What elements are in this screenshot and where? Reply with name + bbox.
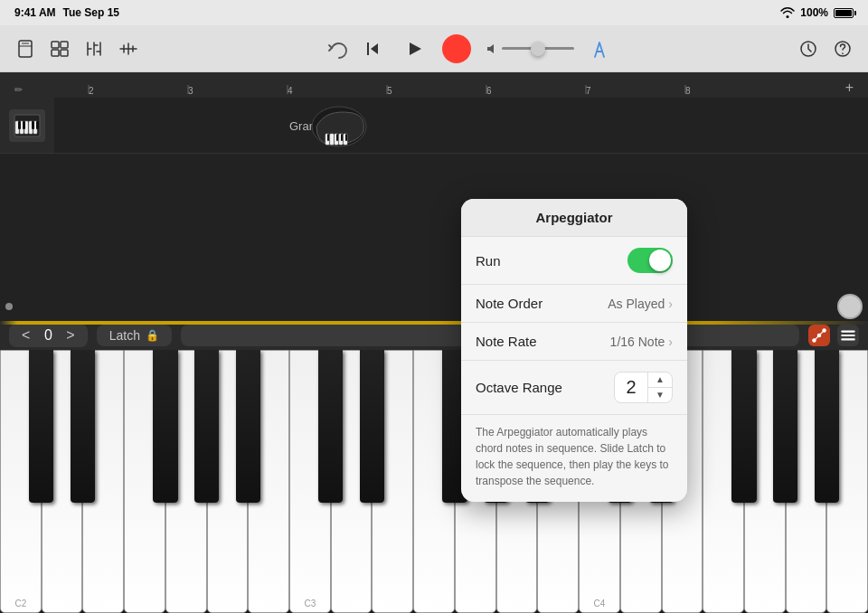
toggle-knob bbox=[649, 250, 671, 271]
latch-label: Latch bbox=[109, 328, 140, 343]
octave-next-button[interactable]: > bbox=[62, 327, 78, 344]
black-key[interactable] bbox=[236, 350, 260, 503]
svg-rect-22 bbox=[32, 121, 34, 129]
status-bar: 9:41 AM Tue Sep 15 100% bbox=[0, 0, 868, 25]
record-button[interactable] bbox=[442, 34, 471, 63]
ruler-ticks bbox=[7, 72, 861, 98]
svg-rect-1 bbox=[52, 42, 59, 48]
arpeggiator-panel: Arpeggiator Run Note Order As Played › N… bbox=[461, 199, 687, 502]
black-key[interactable] bbox=[815, 350, 839, 503]
add-track-button[interactable]: + bbox=[845, 80, 854, 96]
timeline-area: Grand Piano bbox=[0, 98, 868, 322]
arp-note-rate-row[interactable]: Note Rate 1/16 Note › bbox=[461, 323, 687, 361]
playhead-bar bbox=[0, 321, 868, 325]
black-key[interactable] bbox=[71, 350, 95, 503]
svg-rect-21 bbox=[23, 121, 25, 129]
svg-rect-3 bbox=[52, 50, 59, 56]
arp-panel-header: Arpeggiator bbox=[461, 199, 687, 237]
arp-description: The Arpeggiator automatically plays chor… bbox=[461, 415, 687, 502]
svg-rect-26 bbox=[330, 134, 334, 145]
octave-range-value: 2 bbox=[615, 375, 647, 400]
side-dot bbox=[5, 303, 13, 310]
play-button[interactable] bbox=[399, 34, 428, 63]
arp-pattern-icon[interactable] bbox=[808, 325, 830, 346]
metronome-icon[interactable] bbox=[589, 38, 610, 60]
transport-bar: < 0 > Latch 🔒 Glissando bbox=[0, 321, 868, 350]
c2-label: C2 bbox=[1, 599, 41, 608]
octave-navigator[interactable]: < 0 > bbox=[9, 324, 88, 347]
arp-octave-range-row: Octave Range 2 ▲ ▼ bbox=[461, 361, 687, 415]
battery-icon bbox=[834, 8, 854, 18]
note-rate-chevron: › bbox=[668, 335, 673, 349]
black-key[interactable] bbox=[731, 350, 756, 503]
svg-rect-31 bbox=[336, 134, 338, 141]
arp-note-order-value[interactable]: As Played › bbox=[608, 297, 673, 311]
toolbar bbox=[0, 25, 868, 72]
status-date: Tue Sep 15 bbox=[63, 6, 119, 19]
help-button[interactable] bbox=[832, 38, 854, 60]
note-order-chevron: › bbox=[668, 297, 673, 311]
c4-label: C4 bbox=[580, 599, 619, 608]
ruler-marks: ✏ 2 3 4 5 6 7 8 + bbox=[7, 72, 861, 98]
track-piano-icon bbox=[14, 114, 41, 137]
arp-note-rate-text: 1/16 Note bbox=[610, 335, 665, 349]
svg-rect-2 bbox=[61, 42, 68, 48]
arp-description-text: The Arpeggiator automatically plays chor… bbox=[476, 426, 668, 487]
stepper-up-button[interactable]: ▲ bbox=[648, 373, 672, 388]
black-key[interactable] bbox=[194, 350, 219, 503]
arp-note-rate-label: Note Rate bbox=[476, 334, 537, 349]
black-key[interactable] bbox=[29, 350, 53, 503]
black-key[interactable] bbox=[773, 350, 797, 503]
svg-rect-39 bbox=[841, 338, 855, 340]
rewind-button[interactable] bbox=[363, 38, 384, 60]
track-view-icon[interactable] bbox=[49, 38, 71, 60]
arp-run-toggle[interactable] bbox=[627, 248, 673, 273]
svg-rect-33 bbox=[345, 134, 347, 141]
arp-run-label: Run bbox=[476, 253, 501, 269]
arp-note-rate-value[interactable]: 1/16 Note › bbox=[610, 335, 673, 349]
wifi-icon bbox=[780, 7, 795, 18]
octave-prev-button[interactable]: < bbox=[18, 327, 33, 344]
svg-rect-37 bbox=[841, 330, 855, 332]
octave-value-display: 0 bbox=[39, 327, 57, 344]
stepper-down-button[interactable]: ▼ bbox=[648, 388, 672, 402]
arp-title: Arpeggiator bbox=[535, 210, 612, 225]
black-key[interactable] bbox=[360, 350, 384, 503]
svg-rect-23 bbox=[36, 121, 39, 129]
svg-rect-20 bbox=[18, 121, 21, 129]
c3-label: C3 bbox=[290, 599, 330, 608]
lock-icon: 🔒 bbox=[146, 329, 159, 342]
battery-percent: 100% bbox=[800, 6, 828, 19]
black-key[interactable] bbox=[153, 350, 177, 503]
svg-rect-30 bbox=[327, 134, 329, 141]
keyboard-area: C2 C3 C4 bbox=[0, 350, 868, 613]
svg-rect-32 bbox=[341, 134, 343, 141]
track-thumbnail bbox=[9, 109, 45, 142]
arp-note-order-label: Note Order bbox=[476, 296, 542, 311]
grand-piano-svg bbox=[307, 99, 371, 150]
black-key[interactable] bbox=[318, 350, 343, 503]
track-row-piano: Grand Piano bbox=[0, 98, 868, 154]
arp-run-row: Run bbox=[461, 237, 687, 285]
svg-rect-38 bbox=[841, 335, 855, 336]
song-settings-button[interactable] bbox=[797, 38, 819, 60]
arp-note-order-row[interactable]: Note Order As Played › bbox=[461, 285, 687, 323]
ruler: ✏ 2 3 4 5 6 7 8 + bbox=[0, 72, 868, 98]
status-time: 9:41 AM bbox=[14, 6, 56, 19]
latch-button[interactable]: Latch 🔒 bbox=[97, 325, 172, 346]
stepper-buttons: ▲ ▼ bbox=[647, 373, 672, 402]
keyboard[interactable]: C2 C3 C4 bbox=[0, 350, 868, 613]
mixer-icon[interactable] bbox=[83, 38, 105, 60]
track-header[interactable] bbox=[0, 98, 54, 153]
side-button-right[interactable] bbox=[837, 294, 863, 319]
document-icon[interactable] bbox=[14, 38, 36, 60]
svg-rect-4 bbox=[61, 50, 68, 56]
arp-list-icon[interactable] bbox=[837, 325, 859, 346]
volume-low-icon bbox=[486, 42, 498, 55]
undo-button[interactable] bbox=[326, 38, 348, 60]
octave-range-stepper[interactable]: 2 ▲ ▼ bbox=[614, 372, 673, 403]
arp-note-order-text: As Played bbox=[608, 297, 665, 311]
arp-icons bbox=[808, 325, 859, 346]
volume-slider[interactable] bbox=[486, 42, 574, 55]
eq-icon[interactable] bbox=[118, 38, 139, 60]
